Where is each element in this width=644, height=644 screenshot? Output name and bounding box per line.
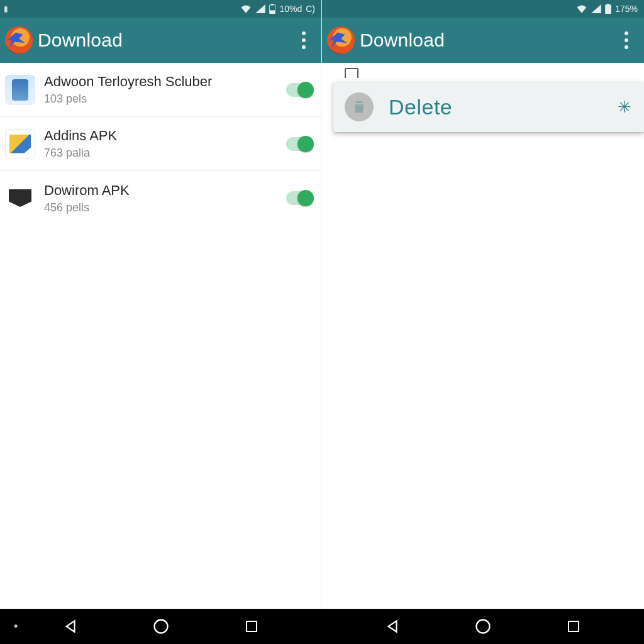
home-button[interactable]	[150, 616, 172, 637]
wifi-icon	[240, 4, 252, 13]
svg-rect-8	[569, 621, 579, 631]
status-bar-right: 175%	[322, 0, 644, 18]
list-item-text: Dowirom APK 456 pells	[44, 182, 280, 214]
battery-text-left: 10%d	[279, 4, 302, 14]
svg-rect-6	[247, 621, 257, 631]
recents-button[interactable]	[241, 616, 262, 637]
download-list: Adwoon Terloyresh Scluber 103 pels Addin…	[0, 63, 321, 225]
delete-action-card[interactable]: Delete ✳	[333, 82, 644, 132]
screen-right: 175% Download Delete ✳	[322, 0, 644, 609]
toggle-switch[interactable]	[286, 83, 313, 97]
battery-icon	[605, 4, 611, 14]
list-item-text: Addins APK 763 palia	[44, 128, 280, 160]
signal-icon	[255, 4, 265, 13]
list-item-text: Adwoon Terloyresh Scluber 103 pels	[44, 74, 280, 106]
app-bar-right: Download	[322, 18, 644, 63]
toggle-switch[interactable]	[286, 191, 313, 205]
nav-buttons-left	[0, 609, 322, 644]
app-icon	[5, 129, 35, 159]
nav-buttons-right	[322, 609, 644, 644]
delete-avatar-icon	[345, 92, 374, 121]
svg-point-7	[477, 620, 490, 633]
list-item[interactable]: Adwoon Terloyresh Scluber 103 pels	[0, 63, 321, 117]
list-item-subtitle: 456 pells	[44, 201, 280, 214]
app-bar-left: Download	[0, 18, 321, 63]
status-extra-glyph: C)	[306, 4, 315, 14]
status-bar-left: ▮ 10%d C)	[0, 0, 321, 18]
svg-rect-3	[605, 5, 611, 14]
back-button[interactable]	[382, 616, 403, 637]
app-title-left: Download	[38, 30, 123, 51]
svg-rect-4	[607, 4, 610, 5]
svg-rect-1	[271, 4, 274, 5]
list-item-title: Addins APK	[44, 128, 280, 144]
app-logo-icon	[327, 26, 355, 54]
status-icons-right: 175%	[576, 4, 638, 14]
app-logo-icon	[5, 26, 33, 54]
svg-point-5	[155, 620, 168, 633]
recents-button[interactable]	[563, 616, 584, 637]
screen-left: ▮ 10%d C) Download	[0, 0, 322, 609]
back-button[interactable]	[60, 616, 81, 637]
battery-text-right: 175%	[615, 4, 638, 14]
list-item-title: Adwoon Terloyresh Scluber	[44, 74, 280, 90]
battery-icon	[269, 4, 275, 14]
overflow-menu-button-left[interactable]	[295, 28, 313, 53]
overflow-menu-button-right[interactable]	[618, 28, 635, 53]
status-icons-left: 10%d C)	[240, 4, 315, 14]
status-left-indicator: ▮	[4, 4, 8, 13]
toggle-switch[interactable]	[286, 137, 313, 151]
home-button[interactable]	[472, 616, 494, 637]
list-item-subtitle: 763 palia	[44, 147, 280, 160]
list-item-subtitle: 103 pels	[44, 92, 280, 106]
checkbox-icon	[345, 68, 358, 78]
close-icon[interactable]: ✳	[618, 99, 631, 115]
app-icon	[5, 183, 35, 213]
background-row-peek	[322, 63, 644, 78]
app-icon	[5, 75, 35, 105]
navigation-bar	[0, 609, 644, 644]
signal-icon	[591, 4, 601, 13]
list-item[interactable]: Addins APK 763 palia	[0, 117, 321, 171]
svg-rect-2	[270, 5, 275, 10]
list-item[interactable]: Dowirom APK 456 pells	[0, 171, 321, 225]
list-item-title: Dowirom APK	[44, 182, 280, 199]
wifi-icon	[576, 4, 587, 13]
delete-label: Delete	[389, 95, 452, 119]
app-title-right: Download	[360, 30, 445, 51]
